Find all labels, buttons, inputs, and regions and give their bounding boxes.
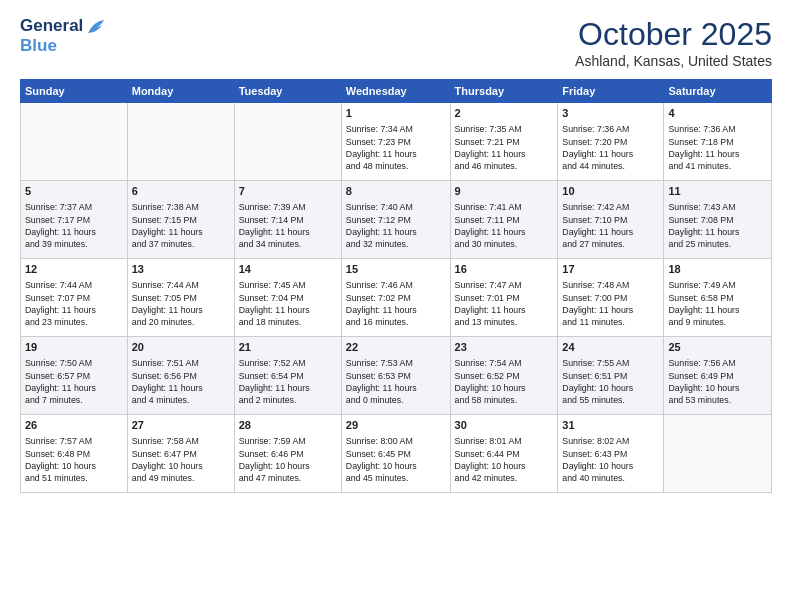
- day-detail: Sunrise: 7:36 AM: [562, 123, 659, 135]
- calendar-cell: 16Sunrise: 7:47 AMSunset: 7:01 PMDayligh…: [450, 259, 558, 337]
- day-number: 18: [668, 262, 767, 277]
- col-header-monday: Monday: [127, 80, 234, 103]
- day-detail: Daylight: 10 hours: [346, 460, 446, 472]
- day-detail: Sunset: 7:21 PM: [455, 136, 554, 148]
- day-number: 29: [346, 418, 446, 433]
- day-detail: Daylight: 10 hours: [562, 382, 659, 394]
- day-detail: Sunset: 6:56 PM: [132, 370, 230, 382]
- day-detail: Daylight: 11 hours: [455, 148, 554, 160]
- calendar-cell: 17Sunrise: 7:48 AMSunset: 7:00 PMDayligh…: [558, 259, 664, 337]
- calendar-cell: 11Sunrise: 7:43 AMSunset: 7:08 PMDayligh…: [664, 181, 772, 259]
- calendar-cell: 27Sunrise: 7:58 AMSunset: 6:47 PMDayligh…: [127, 415, 234, 493]
- day-detail: Daylight: 11 hours: [346, 304, 446, 316]
- day-detail: Sunset: 7:01 PM: [455, 292, 554, 304]
- day-detail: Sunset: 7:14 PM: [239, 214, 337, 226]
- day-number: 1: [346, 106, 446, 121]
- day-detail: and 16 minutes.: [346, 316, 446, 328]
- day-number: 20: [132, 340, 230, 355]
- day-detail: Sunset: 7:17 PM: [25, 214, 123, 226]
- day-detail: Daylight: 11 hours: [668, 304, 767, 316]
- day-detail: and 37 minutes.: [132, 238, 230, 250]
- col-header-thursday: Thursday: [450, 80, 558, 103]
- day-detail: Sunset: 6:46 PM: [239, 448, 337, 460]
- day-detail: Daylight: 11 hours: [132, 226, 230, 238]
- day-detail: Sunrise: 8:00 AM: [346, 435, 446, 447]
- calendar-cell: 3Sunrise: 7:36 AMSunset: 7:20 PMDaylight…: [558, 103, 664, 181]
- calendar-cell: 26Sunrise: 7:57 AMSunset: 6:48 PMDayligh…: [21, 415, 128, 493]
- day-detail: Sunset: 7:04 PM: [239, 292, 337, 304]
- day-detail: and 39 minutes.: [25, 238, 123, 250]
- day-detail: Sunrise: 7:52 AM: [239, 357, 337, 369]
- calendar-cell: 22Sunrise: 7:53 AMSunset: 6:53 PMDayligh…: [341, 337, 450, 415]
- calendar-table: SundayMondayTuesdayWednesdayThursdayFrid…: [20, 79, 772, 493]
- day-number: 21: [239, 340, 337, 355]
- week-row-2: 5Sunrise: 7:37 AMSunset: 7:17 PMDaylight…: [21, 181, 772, 259]
- day-detail: Sunset: 6:52 PM: [455, 370, 554, 382]
- day-detail: Sunrise: 7:44 AM: [132, 279, 230, 291]
- day-detail: Sunset: 6:45 PM: [346, 448, 446, 460]
- day-detail: Sunset: 7:11 PM: [455, 214, 554, 226]
- calendar-cell: 14Sunrise: 7:45 AMSunset: 7:04 PMDayligh…: [234, 259, 341, 337]
- day-detail: and 46 minutes.: [455, 160, 554, 172]
- day-detail: Sunset: 6:57 PM: [25, 370, 123, 382]
- day-detail: Sunrise: 7:53 AM: [346, 357, 446, 369]
- day-detail: Sunrise: 7:39 AM: [239, 201, 337, 213]
- col-header-sunday: Sunday: [21, 80, 128, 103]
- day-detail: Daylight: 10 hours: [455, 382, 554, 394]
- day-detail: Sunrise: 7:44 AM: [25, 279, 123, 291]
- day-detail: and 58 minutes.: [455, 394, 554, 406]
- day-detail: Sunrise: 7:54 AM: [455, 357, 554, 369]
- day-detail: Daylight: 11 hours: [346, 382, 446, 394]
- col-header-friday: Friday: [558, 80, 664, 103]
- day-number: 22: [346, 340, 446, 355]
- day-detail: Sunrise: 7:35 AM: [455, 123, 554, 135]
- calendar-cell: 23Sunrise: 7:54 AMSunset: 6:52 PMDayligh…: [450, 337, 558, 415]
- day-number: 2: [455, 106, 554, 121]
- day-detail: and 11 minutes.: [562, 316, 659, 328]
- day-detail: and 25 minutes.: [668, 238, 767, 250]
- day-number: 14: [239, 262, 337, 277]
- title-block: October 2025 Ashland, Kansas, United Sta…: [575, 16, 772, 69]
- day-number: 7: [239, 184, 337, 199]
- day-number: 27: [132, 418, 230, 433]
- day-number: 24: [562, 340, 659, 355]
- day-detail: Sunset: 7:10 PM: [562, 214, 659, 226]
- col-header-wednesday: Wednesday: [341, 80, 450, 103]
- day-detail: Sunrise: 7:58 AM: [132, 435, 230, 447]
- header: General Blue October 2025 Ashland, Kansa…: [20, 16, 772, 69]
- day-detail: and 34 minutes.: [239, 238, 337, 250]
- day-detail: Daylight: 11 hours: [239, 226, 337, 238]
- day-number: 3: [562, 106, 659, 121]
- day-number: 10: [562, 184, 659, 199]
- day-detail: Daylight: 11 hours: [132, 304, 230, 316]
- day-detail: Sunset: 6:44 PM: [455, 448, 554, 460]
- day-detail: Daylight: 11 hours: [25, 226, 123, 238]
- day-detail: Sunrise: 8:02 AM: [562, 435, 659, 447]
- day-detail: Sunrise: 8:01 AM: [455, 435, 554, 447]
- day-detail: Sunset: 6:43 PM: [562, 448, 659, 460]
- day-detail: Daylight: 11 hours: [562, 226, 659, 238]
- day-number: 13: [132, 262, 230, 277]
- col-header-tuesday: Tuesday: [234, 80, 341, 103]
- day-detail: and 0 minutes.: [346, 394, 446, 406]
- day-detail: and 20 minutes.: [132, 316, 230, 328]
- day-detail: and 55 minutes.: [562, 394, 659, 406]
- day-number: 11: [668, 184, 767, 199]
- day-detail: Sunrise: 7:43 AM: [668, 201, 767, 213]
- calendar-cell: 19Sunrise: 7:50 AMSunset: 6:57 PMDayligh…: [21, 337, 128, 415]
- day-number: 16: [455, 262, 554, 277]
- day-detail: Sunset: 6:58 PM: [668, 292, 767, 304]
- day-detail: Daylight: 10 hours: [455, 460, 554, 472]
- day-detail: and 7 minutes.: [25, 394, 123, 406]
- calendar-cell: 6Sunrise: 7:38 AMSunset: 7:15 PMDaylight…: [127, 181, 234, 259]
- calendar-cell: 31Sunrise: 8:02 AMSunset: 6:43 PMDayligh…: [558, 415, 664, 493]
- day-detail: Daylight: 11 hours: [239, 382, 337, 394]
- day-detail: and 53 minutes.: [668, 394, 767, 406]
- day-detail: Daylight: 11 hours: [455, 226, 554, 238]
- day-detail: Sunset: 7:07 PM: [25, 292, 123, 304]
- logo-blue: Blue: [20, 36, 107, 56]
- day-detail: and 9 minutes.: [668, 316, 767, 328]
- calendar-cell: 13Sunrise: 7:44 AMSunset: 7:05 PMDayligh…: [127, 259, 234, 337]
- day-detail: Sunrise: 7:38 AM: [132, 201, 230, 213]
- day-number: 26: [25, 418, 123, 433]
